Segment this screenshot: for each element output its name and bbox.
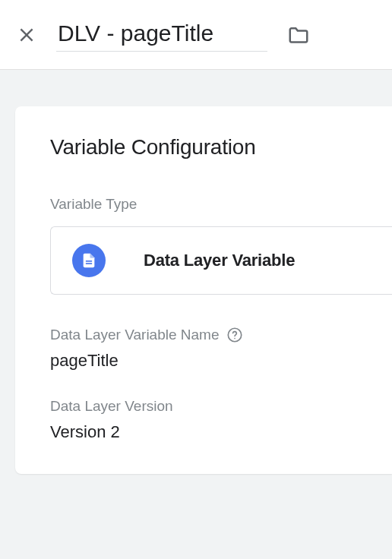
variable-name-field: Data Layer Variable Name pageTitle: [50, 327, 392, 371]
svg-rect-3: [86, 263, 92, 264]
version-value: Version 2: [50, 422, 392, 442]
version-field: Data Layer Version Version 2: [50, 398, 392, 442]
header-bar: [0, 0, 392, 70]
help-icon[interactable]: [226, 327, 243, 343]
variable-type-selector[interactable]: Data Layer Variable: [50, 226, 392, 295]
variable-name-value: pageTitle: [50, 351, 392, 371]
svg-point-5: [235, 338, 236, 340]
variable-title-input[interactable]: [56, 17, 267, 52]
close-icon[interactable]: [15, 24, 38, 46]
svg-rect-2: [86, 261, 92, 262]
variable-name-label: Data Layer Variable Name: [50, 327, 219, 343]
folder-icon[interactable]: [286, 22, 311, 48]
card-title: Variable Configuration: [50, 135, 392, 159]
version-label: Data Layer Version: [50, 398, 392, 415]
variable-type-value: Data Layer Variable: [144, 251, 295, 270]
content-area: Variable Configuration Variable Type Dat…: [0, 70, 392, 474]
data-layer-variable-icon: [72, 244, 106, 277]
variable-configuration-card: Variable Configuration Variable Type Dat…: [15, 106, 392, 474]
variable-type-label: Variable Type: [50, 196, 392, 213]
